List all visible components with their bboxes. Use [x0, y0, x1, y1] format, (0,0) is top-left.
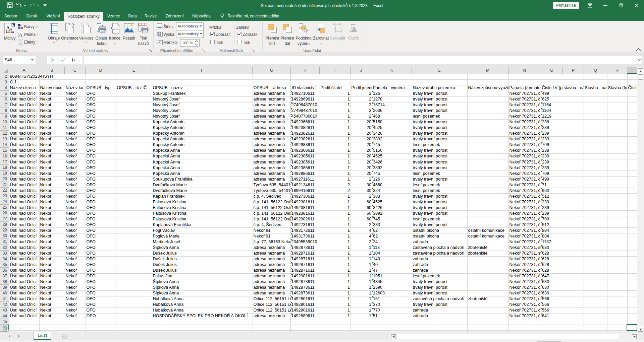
svg-text:A: A — [19, 32, 22, 37]
svg-text:A: A — [6, 25, 10, 32]
svg-text:a: a — [10, 26, 12, 31]
